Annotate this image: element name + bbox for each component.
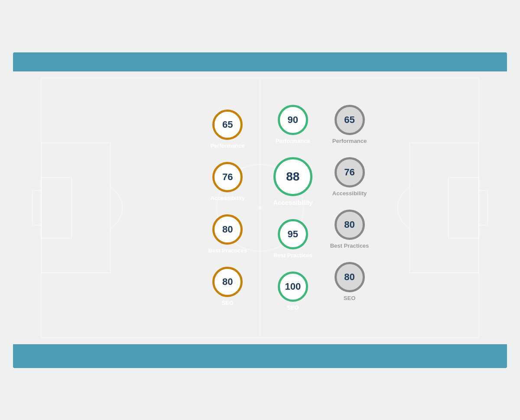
stat-circle: 100 [278, 271, 308, 302]
stat-circle: 80 [335, 262, 365, 292]
right-stats-col: 65Performance76Accessibility80Best Pract… [330, 92, 369, 314]
stat-label: Accessibility [210, 195, 245, 201]
stats-layout: 65Performance76Accessibility80Best Pract… [13, 71, 507, 344]
stat-circle: 76 [212, 162, 243, 192]
stat-label: Best Practices [208, 247, 247, 254]
stat-label: Accessibility [332, 190, 367, 197]
left-stats-col: 65Performance76Accessibility80Best Pract… [208, 97, 247, 319]
footer [13, 344, 507, 368]
stat-circle: 90 [278, 105, 308, 135]
stat-label: Performance [210, 142, 244, 149]
stat-circle: 95 [278, 219, 308, 249]
stat-item: 80Best Practices [330, 210, 369, 249]
stat-item: 100SEO [278, 271, 308, 311]
stat-label: SEO [344, 295, 355, 301]
stat-item: 90Performance [276, 105, 310, 144]
stat-label: SEO [287, 304, 299, 311]
stat-item: 80SEO [335, 262, 365, 301]
stat-label: Best Practices [330, 242, 369, 249]
stat-item: 65Performance [332, 105, 367, 144]
stat-circle: 65 [335, 105, 365, 135]
stat-item: 80Best Practices [208, 214, 247, 254]
field: 65Performance76Accessibility80Best Pract… [13, 71, 507, 344]
stat-label: SEO [221, 300, 233, 306]
stat-item: 76Accessibility [332, 157, 367, 197]
stat-item: 80SEO [212, 267, 243, 306]
stat-label: Performance [332, 138, 367, 144]
stat-circle: 65 [212, 110, 243, 140]
stat-item: 88Accessibility [273, 157, 313, 206]
stat-item: 76Accessibility [210, 162, 245, 201]
left-half: 65Performance76Accessibility80Best Pract… [13, 71, 260, 344]
center-stats-col: 90Performance88Accessibility95Best Pract… [273, 92, 313, 324]
header [13, 52, 507, 71]
stat-label: Best Practices [273, 252, 312, 258]
stat-circle: 88 [273, 157, 312, 196]
stat-circle: 80 [212, 267, 243, 297]
stat-label: Performance [276, 138, 310, 144]
stat-item: 65Performance [210, 110, 244, 149]
stat-circle: 80 [335, 210, 365, 240]
right-half: 90Performance88Accessibility95Best Pract… [260, 71, 507, 344]
stat-circle: 80 [212, 214, 243, 245]
main-wrapper: 65Performance76Accessibility80Best Pract… [13, 52, 507, 368]
stat-circle: 76 [335, 157, 365, 187]
stat-label: Accessibility [273, 199, 313, 206]
stat-item: 95Best Practices [273, 219, 312, 258]
